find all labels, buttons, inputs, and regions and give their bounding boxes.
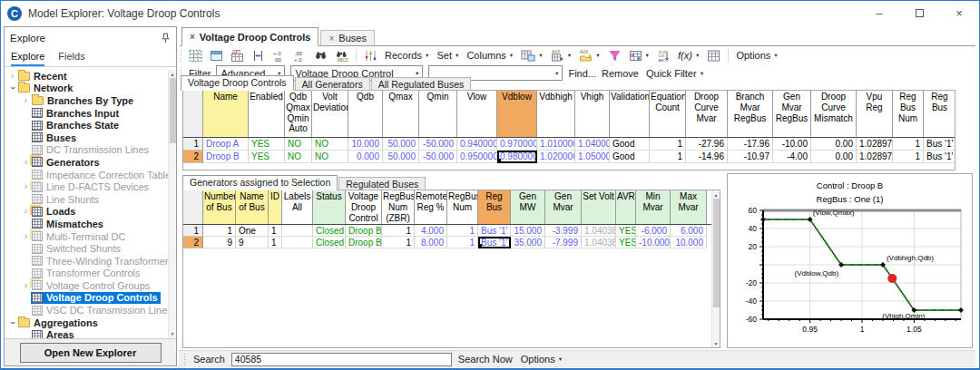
grid-cell[interactable]: YES [249, 151, 285, 163]
collapse-icon[interactable]: › [8, 83, 17, 93]
grid-cell[interactable]: 0.00 [811, 151, 857, 163]
tree-item[interactable]: VSC DC Transmission Lines [5, 304, 176, 316]
tree-item[interactable]: ›Voltage Control Groups [5, 279, 176, 292]
column-header[interactable]: Gen Mvar [545, 190, 582, 224]
grid-cell[interactable]: Bus '1' [924, 138, 956, 151]
grid-cell[interactable]: 50.000 [383, 151, 419, 163]
column-header[interactable]: Qmin [419, 91, 457, 137]
grid-cell[interactable]: 0.940000 [457, 138, 497, 151]
search-input[interactable] [231, 353, 452, 366]
column-header[interactable]: Enabled [249, 91, 285, 137]
column-header[interactable]: RegBus Num (ZBR) [382, 190, 415, 224]
grid-cell[interactable]: 15.000 [511, 225, 545, 237]
lower-scrollbar[interactable]: ▲ ▼ [711, 190, 720, 347]
grid-cell[interactable]: Bus '1' [478, 225, 511, 237]
tab-explore[interactable]: Explore [11, 48, 44, 66]
tree-item[interactable]: ›Branches By Type [5, 94, 176, 107]
remove-link[interactable]: Remove [602, 68, 639, 79]
tree-item[interactable]: Line Shunts [5, 193, 176, 206]
decrease-decimals-button[interactable]: .00+.0 [291, 47, 309, 63]
select-records-button[interactable] [187, 47, 204, 63]
grid-cell[interactable]: 9 [236, 237, 269, 248]
expand-icon[interactable]: › [21, 158, 31, 167]
grid-button[interactable] [705, 47, 722, 63]
grid-cell[interactable]: 1 [269, 225, 282, 237]
load-aux-button[interactable]: AUX▼ [577, 47, 602, 63]
column-header[interactable]: Qdb Qmax Qmin Auto [285, 91, 312, 137]
tree-item[interactable]: ›Generators [5, 156, 176, 169]
collapse-icon[interactable]: › [8, 317, 17, 327]
search-options-button[interactable]: Options▼ [519, 351, 564, 367]
column-header[interactable]: AVR [616, 190, 636, 224]
grid-options-button[interactable]: OPT. [229, 47, 246, 63]
tab-fields[interactable]: Fields [58, 48, 84, 66]
grid-cell[interactable]: -3.999 [545, 225, 582, 237]
grid-cell[interactable]: 9 [203, 237, 236, 248]
expand-icon[interactable]: › [21, 232, 31, 241]
grid-cell[interactable]: Closed [313, 237, 346, 248]
scroll-down-icon[interactable]: ▼ [171, 329, 175, 337]
tab-buses[interactable]: × Buses [320, 30, 374, 45]
searchbar-grip[interactable] [183, 353, 187, 366]
grid-cell[interactable]: 1 [382, 225, 415, 237]
tree-item[interactable]: Voltage Droop Controls [5, 292, 176, 305]
grid-cell[interactable]: NO [312, 138, 348, 151]
column-header[interactable]: Validation [610, 91, 650, 137]
tree-item[interactable]: ›Loads [5, 206, 176, 219]
column-header[interactable]: Remote Reg % [415, 190, 447, 224]
grid-cell[interactable]: 0.00 [811, 138, 857, 151]
close-tab-icon[interactable]: × [328, 34, 334, 44]
scroll-thumb[interactable] [170, 78, 176, 143]
filter-funnel-button[interactable] [606, 47, 623, 63]
close-tab-icon[interactable]: × [190, 32, 195, 42]
save-aux-button[interactable]: AUX▼ [549, 47, 573, 63]
expand-icon[interactable]: › [7, 72, 17, 81]
increase-decimals-button[interactable]: +.0.00 [270, 47, 288, 63]
grid-cell[interactable]: Bus '1' [924, 151, 956, 163]
grid-cell[interactable]: 1.028979 [857, 138, 893, 151]
tab-regulated-buses[interactable]: Regulated Buses [338, 177, 426, 190]
grid-cell[interactable]: -4.00 [773, 151, 811, 163]
column-header[interactable]: Vlow [457, 91, 497, 137]
minimize-button[interactable]: – [859, 1, 899, 25]
tree-item[interactable]: DC Transmission Lines [5, 144, 176, 157]
pin-icon[interactable] [161, 33, 171, 44]
row-number-cell[interactable]: 2 [183, 237, 203, 248]
column-header[interactable]: Droop Curve Mismatch [811, 91, 857, 137]
scroll-up-icon[interactable]: ▲ [714, 190, 719, 199]
column-header[interactable]: Reg Bus [924, 91, 956, 137]
grid-cell[interactable]: 1 [447, 225, 478, 237]
row-number-cell[interactable]: 1 [183, 138, 203, 151]
grid-cell[interactable]: 1.04038 [582, 237, 616, 248]
grid-cell[interactable]: -10.000 [636, 237, 671, 248]
grid-cell[interactable]: 1.010000 [537, 138, 575, 151]
column-header[interactable]: Reg Bus Num [893, 91, 924, 137]
grid-cell[interactable]: Droop B [346, 225, 382, 237]
tree-item[interactable]: Branches State [5, 119, 176, 131]
grid-cell[interactable]: 0.000 [348, 151, 383, 163]
tree-item[interactable]: ›Multi-Terminal DC [5, 230, 176, 243]
expand-icon[interactable]: › [21, 207, 31, 216]
find-in-column-button[interactable]: ABCD [333, 47, 350, 63]
form-view-button[interactable] [208, 47, 225, 63]
column-header[interactable]: Droop Curve Mvar [686, 91, 728, 137]
grid-cell[interactable]: Good [610, 138, 650, 151]
grid-cell[interactable]: 10.000 [671, 237, 707, 248]
table-corner-cell[interactable] [183, 190, 203, 224]
grid-cell[interactable]: -14.96 [686, 151, 728, 163]
options-menu-button[interactable]: Options▼ [734, 47, 779, 63]
maximize-button[interactable] [899, 1, 939, 25]
grid-cell[interactable] [282, 237, 313, 248]
tree-scrollbar[interactable]: ▲ ▼ [168, 70, 176, 337]
column-header[interactable]: Reg Bus [478, 190, 511, 224]
grid-cell[interactable]: 1 [893, 138, 924, 151]
tree-item[interactable]: ›Network [5, 83, 176, 95]
grid-cell[interactable]: -7.999 [545, 237, 582, 248]
column-header[interactable]: Vdbhigh [537, 91, 575, 137]
grid-cell[interactable]: One [236, 225, 269, 237]
grid-cell[interactable]: NO [285, 151, 312, 163]
column-header[interactable]: Vdblow [497, 91, 537, 137]
grid-cell[interactable]: 1 [447, 237, 478, 248]
grid-cell[interactable]: NO [312, 151, 348, 163]
column-header[interactable]: Min Mvar [636, 190, 671, 224]
